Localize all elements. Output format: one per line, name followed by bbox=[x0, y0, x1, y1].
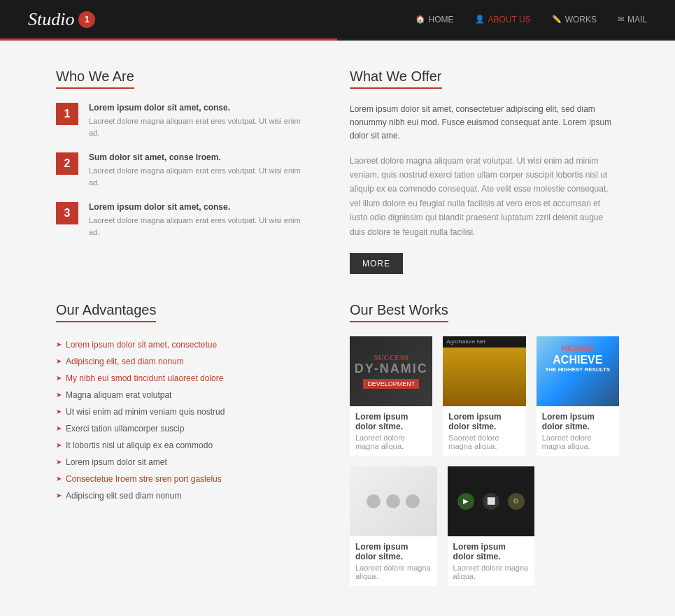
work-title: Lorem ipsum dolor sitme. bbox=[355, 412, 427, 431]
work-thumbnail: HIGHER ACHIEVE THE HIGHEST RESULTS bbox=[537, 336, 619, 406]
step-number: 1 bbox=[56, 103, 78, 125]
work-info: Lorem ipsum dolor sitme. Laoreet dolore … bbox=[350, 536, 437, 586]
work-desc: Laoreet dolore magna aliqua. bbox=[453, 564, 530, 580]
work-thumbnail: ▶ ⬜ ⚙ bbox=[448, 466, 535, 536]
chevron-icon: ➤ bbox=[56, 341, 62, 348]
what-we-offer-section: What We Offer Lorem ipsum dolor sit amet… bbox=[350, 69, 619, 274]
advantage-item[interactable]: ➤Consectetue Iroem stre sren port gaslel… bbox=[56, 471, 308, 487]
advantages-section: Our Advantages ➤Lorem ipsum dolor sit am… bbox=[56, 302, 308, 586]
work-title: Lorem ipsum dolor sitme. bbox=[448, 412, 520, 431]
work-title: Lorem ipsum dolor sitme. bbox=[453, 542, 530, 561]
home-nav-icon: 🏠 bbox=[415, 15, 425, 24]
advantage-item: ➤It lobortis nisl ut aliquip ex ea commo… bbox=[56, 437, 308, 454]
chevron-icon: ➤ bbox=[56, 441, 62, 449]
work-thumbnail: AgroNature Net bbox=[443, 336, 525, 406]
work-thumbnail: SUCCESS DY-NAMIC DEVELOPMENT bbox=[350, 336, 432, 406]
header: Studio 1 🏠HOME👤ABOUT US✏️WORKS✉MAIL bbox=[0, 0, 675, 38]
work-item[interactable]: ▶ ⬜ ⚙ Lorem ipsum dolor sitme. Laoreet d… bbox=[448, 466, 535, 586]
advantage-text: Exerci tation ullamcorper suscip bbox=[66, 424, 184, 434]
step-title: Sum dolor sit amet, conse Iroem. bbox=[89, 152, 308, 162]
advantages-list: ➤Lorem ipsum dolor sit amet, consectetue… bbox=[56, 336, 308, 504]
advantage-link[interactable]: Consectetue Iroem stre sren port gaslelu… bbox=[66, 474, 222, 484]
who-we-are-section: Who We Are 1 Lorem ipsum dolor sit amet,… bbox=[56, 69, 308, 274]
work-title: Lorem ipsum dolor sitme. bbox=[355, 542, 432, 561]
chevron-icon: ➤ bbox=[56, 424, 62, 432]
advantage-item[interactable]: ➤Adipiscing elit, sed diam nonum bbox=[56, 353, 308, 370]
works-grid-top: SUCCESS DY-NAMIC DEVELOPMENT Lorem ipsum… bbox=[350, 336, 619, 456]
nav-item-about[interactable]: 👤ABOUT US bbox=[475, 15, 531, 24]
advantage-link[interactable]: Lorem ipsum dolor sit amet, consectetue bbox=[66, 340, 217, 350]
about-nav-icon: 👤 bbox=[475, 15, 485, 24]
advantage-text: Lorem ipsum dolor sit amet bbox=[66, 457, 167, 467]
offer-body: Laoreet dolore magna aliquam erat volutp… bbox=[350, 154, 619, 239]
step-title: Lorem ipsum dolor sit amet, conse. bbox=[89, 103, 308, 113]
bottom-section: Our Advantages ➤Lorem ipsum dolor sit am… bbox=[56, 302, 619, 586]
navigation: 🏠HOME👤ABOUT US✏️WORKS✉MAIL bbox=[415, 15, 647, 24]
logo: Studio 1 bbox=[28, 9, 95, 30]
step-item: 1 Lorem ipsum dolor sit amet, conse. Lao… bbox=[56, 103, 308, 138]
work-item[interactable]: SUCCESS DY-NAMIC DEVELOPMENT Lorem ipsum… bbox=[350, 336, 432, 456]
advantage-item[interactable]: ➤My nibh eui smod tincidunt ulaoreet dol… bbox=[56, 370, 308, 387]
advantage-item: ➤Exerci tation ullamcorper suscip bbox=[56, 420, 308, 437]
mail-nav-icon: ✉ bbox=[618, 15, 624, 24]
step-content: Sum dolor sit amet, conse Iroem. Laoreet… bbox=[89, 152, 308, 188]
advantage-item[interactable]: ➤Lorem ipsum dolor sit amet, consectetue bbox=[56, 336, 308, 353]
work-desc: Saoreet dolore magna aliqua. bbox=[448, 434, 520, 450]
step-text: Laoreet dolore magna aliquam erat eres v… bbox=[89, 115, 308, 138]
works-nav-icon: ✏️ bbox=[552, 15, 562, 24]
advantage-link[interactable]: Adipiscing elit, sed diam nonum bbox=[66, 357, 184, 366]
chevron-icon: ➤ bbox=[56, 492, 62, 499]
step-content: Lorem ipsum dolor sit amet, conse. Laore… bbox=[89, 202, 308, 238]
best-works-section: Our Best Works SUCCESS DY-NAMIC DEVELOPM… bbox=[350, 302, 619, 586]
logo-text: Studio bbox=[28, 9, 74, 30]
work-item[interactable]: AgroNature Net Lorem ipsum dolor sitme. … bbox=[443, 336, 525, 456]
advantage-link[interactable]: My nibh eui smod tincidunt ulaoreet dolo… bbox=[66, 373, 223, 383]
what-we-offer-title: What We Offer bbox=[350, 69, 442, 89]
nav-item-home[interactable]: 🏠HOME bbox=[415, 15, 454, 24]
step-item: 3 Lorem ipsum dolor sit amet, conse. Lao… bbox=[56, 202, 308, 238]
work-info: Lorem ipsum dolor sitme. Laoreet dolore … bbox=[448, 536, 535, 586]
step-number: 3 bbox=[56, 202, 78, 224]
advantage-item: ➤Magna aliquam erat volutpat bbox=[56, 387, 308, 403]
who-we-are-title: Who We Are bbox=[56, 69, 134, 89]
chevron-icon: ➤ bbox=[56, 357, 62, 365]
top-section: Who We Are 1 Lorem ipsum dolor sit amet,… bbox=[56, 69, 619, 274]
nav-item-works[interactable]: ✏️WORKS bbox=[552, 15, 597, 24]
step-title: Lorem ipsum dolor sit amet, conse. bbox=[89, 202, 308, 212]
work-item[interactable]: Lorem ipsum dolor sitme. Laoreet dolore … bbox=[350, 466, 437, 586]
advantage-text: It lobortis nisl ut aliquip ex ea commod… bbox=[66, 440, 213, 450]
best-works-title: Our Best Works bbox=[350, 302, 448, 322]
chevron-icon: ➤ bbox=[56, 475, 62, 482]
advantage-text: Magna aliquam erat volutpat bbox=[66, 390, 171, 400]
offer-intro: Lorem ipsum dolor sit amet, consectetuer… bbox=[350, 103, 619, 143]
advantage-text: Ut wisi enim ad minim veniam quis nostru… bbox=[66, 407, 225, 417]
step-item: 2 Sum dolor sit amet, conse Iroem. Laore… bbox=[56, 152, 308, 188]
logo-badge: 1 bbox=[78, 11, 95, 28]
advantage-item: ➤Lorem ipsum dolor sit amet bbox=[56, 454, 308, 471]
work-info: Lorem ipsum dolor sitme. Laoreet dolore … bbox=[350, 406, 432, 456]
advantage-text: Adipiscing elit sed diam nonum bbox=[66, 491, 181, 501]
work-item[interactable]: HIGHER ACHIEVE THE HIGHEST RESULTS Lorem… bbox=[537, 336, 619, 456]
main-content: Who We Are 1 Lorem ipsum dolor sit amet,… bbox=[0, 41, 675, 616]
work-desc: Laoreet dolore magna aliqua. bbox=[542, 434, 613, 450]
work-desc: Laoreet dolore magna aliqua. bbox=[355, 434, 427, 450]
work-title: Lorem ipsum dolor sitme. bbox=[542, 412, 613, 431]
work-info: Lorem ipsum dolor sitme. Laoreet dolore … bbox=[537, 406, 619, 456]
nav-label-mail: MAIL bbox=[627, 15, 647, 24]
nav-label-works: WORKS bbox=[565, 15, 597, 24]
works-grid-bottom: Lorem ipsum dolor sitme. Laoreet dolore … bbox=[350, 466, 534, 586]
nav-item-mail[interactable]: ✉MAIL bbox=[618, 15, 647, 24]
work-thumbnail bbox=[350, 466, 437, 536]
nav-label-home: HOME bbox=[429, 15, 454, 24]
advantage-item: ➤Adipiscing elit sed diam nonum bbox=[56, 487, 308, 504]
step-text: Laoreet dolore magna aliquam erat eres v… bbox=[89, 215, 308, 238]
step-content: Lorem ipsum dolor sit amet, conse. Laore… bbox=[89, 103, 308, 138]
work-desc: Laoreet dolore magna aliqua. bbox=[355, 564, 432, 580]
work-info: Lorem ipsum dolor sitme. Saoreet dolore … bbox=[443, 406, 525, 456]
step-number: 2 bbox=[56, 152, 78, 175]
advantage-item: ➤Ut wisi enim ad minim veniam quis nostr… bbox=[56, 403, 308, 420]
step-text: Laoreet dolore magna aliquam erat eres v… bbox=[89, 165, 308, 188]
offer-more-button[interactable]: MORE bbox=[350, 253, 403, 274]
chevron-icon: ➤ bbox=[56, 391, 62, 399]
chevron-icon: ➤ bbox=[56, 374, 62, 382]
